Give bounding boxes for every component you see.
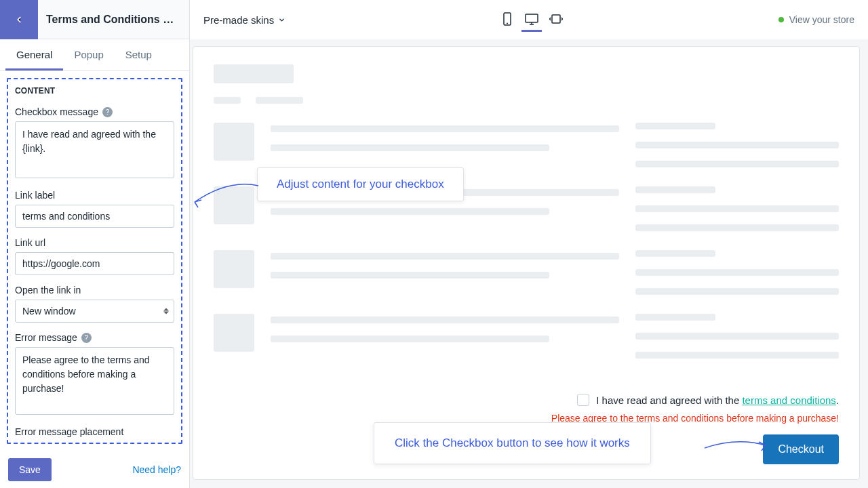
- terms-link[interactable]: terms and conditions: [742, 394, 835, 406]
- main-panel: Pre-made skins View your store: [190, 0, 868, 488]
- error-placement-label: Error message placement: [15, 426, 174, 437]
- skeleton: [635, 288, 839, 295]
- skeleton: [271, 336, 549, 342]
- link-label-input[interactable]: [15, 205, 174, 228]
- device-desktop-button[interactable]: [521, 7, 542, 32]
- skeleton: [214, 123, 254, 161]
- skeleton: [214, 250, 254, 288]
- skeleton: [635, 123, 715, 129]
- skeleton: [635, 161, 839, 167]
- skeleton: [635, 269, 839, 276]
- page-title: Terms and Conditions Ch…: [38, 14, 189, 26]
- terms-text: I have read and agreed with the terms an…: [596, 394, 839, 406]
- status-dot-icon: [778, 17, 784, 22]
- fullwidth-icon: [549, 14, 563, 24]
- terms-checkbox[interactable]: [577, 394, 589, 406]
- help-icon[interactable]: ?: [81, 333, 92, 343]
- skeleton: [271, 208, 549, 215]
- section-heading-content: CONTENT: [15, 86, 174, 96]
- checkbox-message-label: Checkbox message ?: [15, 106, 174, 117]
- skeleton: [635, 352, 839, 359]
- skeleton: [271, 272, 549, 279]
- skeleton-row: [214, 123, 839, 167]
- skeleton-row: [214, 314, 839, 359]
- chevron-down-icon: [278, 16, 285, 24]
- skeleton: [214, 64, 294, 83]
- skeleton: [256, 97, 303, 104]
- skeleton: [271, 253, 619, 260]
- sidebar-header: Terms and Conditions Ch…: [0, 0, 189, 39]
- save-button[interactable]: Save: [8, 458, 52, 481]
- help-icon[interactable]: ?: [102, 107, 113, 117]
- svg-rect-2: [526, 14, 538, 22]
- open-link-select[interactable]: New window: [15, 300, 174, 323]
- content-section-highlight: CONTENT Checkbox message ? Link label Li…: [7, 78, 182, 444]
- skeleton: [635, 314, 715, 321]
- arrow-icon: [703, 430, 771, 458]
- settings-sidebar: Terms and Conditions Ch… General Popup S…: [0, 0, 190, 488]
- arrow-icon: [188, 172, 262, 213]
- chevron-left-icon: [14, 15, 24, 24]
- preview-canvas: I have read and agreed with the terms an…: [193, 46, 860, 480]
- skeleton: [635, 333, 839, 340]
- open-link-label: Open the link in: [15, 285, 174, 296]
- callout-click-checkbox: Click the Checkbox button to see how it …: [374, 422, 651, 464]
- svg-rect-5: [552, 15, 560, 23]
- tab-general[interactable]: General: [5, 39, 63, 70]
- premade-skins-dropdown[interactable]: Pre-made skins: [203, 14, 285, 26]
- sidebar-tabs: General Popup Setup: [0, 39, 189, 71]
- link-url-label: Link url: [15, 237, 174, 248]
- device-mobile-button[interactable]: [497, 7, 517, 32]
- link-url-input[interactable]: [15, 252, 174, 275]
- skeleton: [214, 97, 241, 104]
- checkout-button[interactable]: Checkout: [763, 434, 839, 464]
- device-preview-group: [497, 7, 566, 32]
- device-fullwidth-button[interactable]: [546, 7, 566, 32]
- skeleton: [635, 205, 839, 212]
- need-help-link[interactable]: Need help?: [132, 464, 181, 475]
- back-button[interactable]: [0, 0, 38, 39]
- error-message-label: Error message ?: [15, 332, 174, 343]
- mobile-icon: [502, 12, 512, 26]
- desktop-icon: [524, 13, 539, 25]
- sidebar-footer: Save Need help?: [0, 451, 189, 488]
- terms-checkbox-line: I have read and agreed with the terms an…: [214, 394, 839, 406]
- link-label-label: Link label: [15, 190, 174, 201]
- skeleton: [271, 125, 619, 132]
- skeleton: [635, 142, 839, 148]
- tab-popup[interactable]: Popup: [63, 39, 114, 70]
- callout-adjust-content: Adjust content for your checkbox: [257, 167, 464, 201]
- skeleton: [635, 224, 839, 231]
- skeleton: [271, 144, 549, 151]
- topbar: Pre-made skins View your store: [190, 0, 868, 39]
- skeleton: [271, 317, 619, 323]
- skeleton: [214, 314, 254, 352]
- error-message-input[interactable]: [15, 347, 174, 415]
- skeleton-row: [214, 250, 839, 295]
- skeleton: [635, 186, 715, 193]
- view-store-link[interactable]: View your store: [778, 14, 854, 25]
- checkbox-message-input[interactable]: [15, 121, 174, 178]
- tab-setup[interactable]: Setup: [115, 39, 163, 70]
- skeleton: [635, 250, 715, 257]
